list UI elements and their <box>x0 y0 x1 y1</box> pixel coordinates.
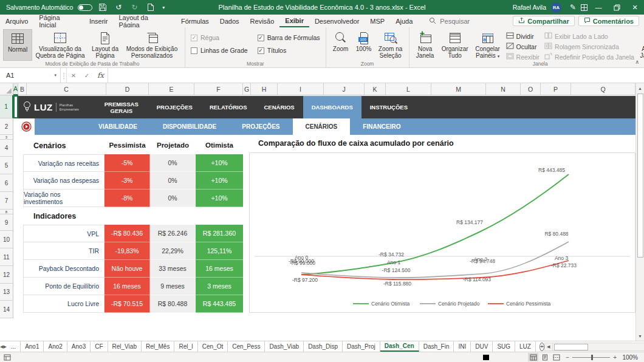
arrange-all-button[interactable]: Organizar Tudo <box>438 29 472 61</box>
row-header-6[interactable]: 6 <box>0 174 13 192</box>
zoom-100-button[interactable]: 100 100% <box>352 29 375 61</box>
sheet-tab-dash-disp[interactable]: Dash_Disp <box>304 341 343 352</box>
column-header-c[interactable]: C <box>27 83 106 95</box>
row-header-12[interactable]: 12 <box>0 266 13 284</box>
column-header-h[interactable]: H <box>251 83 278 95</box>
zoom-in-icon[interactable]: + <box>613 354 617 361</box>
user-name[interactable]: Rafael Avila <box>513 4 546 11</box>
add-sheet-button[interactable]: + <box>540 343 544 351</box>
subnav-cenarios[interactable]: CENÁRIOS <box>293 118 351 135</box>
share-button[interactable]: Compartilhar <box>513 16 574 26</box>
subnav-financeiro[interactable]: FINANCEIRO <box>350 118 413 135</box>
zoom-thumb[interactable] <box>591 355 593 360</box>
nav-dashboards[interactable]: DASHBOARDS <box>303 96 361 118</box>
row-header-7[interactable]: 7 <box>0 192 13 210</box>
column-header-b[interactable]: B <box>18 83 27 95</box>
row-header-8[interactable]: 8 <box>0 210 13 214</box>
subnav-viabilidade[interactable]: VIABILIDADE <box>86 118 150 135</box>
formula-input[interactable] <box>108 68 644 83</box>
column-header-m[interactable]: M <box>431 83 486 95</box>
sheet-tab-ini[interactable]: INI <box>454 341 471 352</box>
display-settings-icon[interactable] <box>481 353 491 361</box>
draw-icon[interactable]: ✎ <box>567 2 578 13</box>
column-header-g[interactable]: G <box>243 83 251 95</box>
horizontal-scroll-thumb[interactable] <box>554 344 588 350</box>
sheet-tab-cf[interactable]: CF <box>91 341 108 352</box>
comments-button[interactable]: Comentários <box>578 16 639 26</box>
page-layout-button[interactable]: Layout da Página <box>88 29 122 61</box>
column-header-n[interactable]: N <box>486 83 521 95</box>
tab-pagina-inicial[interactable]: Página Inicial <box>33 15 84 27</box>
avatar[interactable]: RA <box>551 2 561 13</box>
tab-layout-da-pagina[interactable]: Layout da Página <box>113 15 176 27</box>
export-icon[interactable] <box>145 2 156 13</box>
save-icon[interactable] <box>97 2 108 13</box>
tab-dados[interactable]: Dados <box>214 15 245 27</box>
nav-projecoes[interactable]: PROJEÇÕES <box>148 96 201 118</box>
row-header-13[interactable]: 13 <box>0 284 13 301</box>
select-all-corner[interactable] <box>0 83 13 95</box>
collapse-ribbon-icon[interactable]: ∧ <box>635 59 639 65</box>
sheet-grid[interactable]: LUZ PlanilhasEmpresariais PREMISSAS GERA… <box>13 95 635 341</box>
tab-formulas[interactable]: Fórmulas <box>176 15 214 27</box>
sheet-tab-ano1[interactable]: Ano1 <box>21 341 44 352</box>
column-header-o[interactable]: O <box>521 83 541 95</box>
autosave-toggle[interactable] <box>78 4 92 11</box>
search-input[interactable] <box>440 18 513 25</box>
sheet-tab-dash-viab[interactable]: Dash_Viab <box>265 341 304 352</box>
active-cell-a1[interactable] <box>13 95 18 118</box>
nav-premissas-gerais[interactable]: PREMISSAS GERAIS <box>95 96 148 118</box>
switch-windows-button[interactable]: Alternar Janelas ▾ <box>637 29 644 61</box>
page-break-status-button[interactable] <box>551 353 561 361</box>
page-layout-status-button[interactable] <box>540 353 550 361</box>
scenario-chart[interactable]: Ano 0 -R$ 90.000 -R$ 99.000 -R$ 97.200 -… <box>249 152 635 313</box>
column-header-q[interactable]: Q <box>571 83 635 95</box>
subnav-disponibilidade[interactable]: DISPONIBILIDADE <box>150 118 229 135</box>
vertical-scrollbar[interactable]: ▲ ▼ <box>635 83 644 341</box>
zoom-slider[interactable]: − + <box>566 354 617 361</box>
row-header-1[interactable]: 1 <box>0 95 13 118</box>
quick-access-caret-icon[interactable]: ▾ <box>160 2 166 13</box>
sheet-tab-dash-cen[interactable]: Dash_Cen <box>380 341 419 352</box>
horizontal-scrollbar[interactable]: ◀ ▶ <box>544 341 644 352</box>
sheet-tab-rel-viab[interactable]: Rel_Viab <box>108 341 142 352</box>
hide-button[interactable]: Ocultar <box>506 43 540 50</box>
page-break-preview-button[interactable]: Visualização da Quebra de Página <box>32 29 88 61</box>
nav-cenarios[interactable]: CENÁRIOS <box>255 96 303 118</box>
column-header-l[interactable]: L <box>386 83 431 95</box>
sheet-tab-ano2[interactable]: Ano2 <box>44 341 67 352</box>
undo-icon[interactable]: ↺ <box>113 2 124 13</box>
vertical-scroll-thumb[interactable] <box>637 94 643 258</box>
tab-ajuda[interactable]: Ajuda <box>390 15 418 27</box>
new-window-button[interactable]: Nova Janela <box>413 29 438 61</box>
column-header-i[interactable]: I <box>278 83 324 95</box>
column-header-p[interactable]: P <box>541 83 571 95</box>
row-header-9[interactable]: 9 <box>0 214 13 231</box>
name-box[interactable]: A1 ▾ <box>0 68 61 83</box>
row-header-4[interactable]: 4 <box>0 140 13 157</box>
tab-revisao[interactable]: Revisão <box>245 15 280 27</box>
zoom-button[interactable]: Zoom <box>329 29 352 61</box>
zoom-selection-button[interactable]: Zoom na Seleção <box>375 29 406 61</box>
zoom-track[interactable] <box>572 357 610 358</box>
scroll-down-icon[interactable]: ▼ <box>636 331 644 341</box>
sheet-tab-dash-proj[interactable]: Dash_Proj <box>343 341 380 352</box>
column-header-e[interactable]: E <box>149 83 194 95</box>
tab-arquivo[interactable]: Arquivo <box>0 15 33 27</box>
row-header-11[interactable]: 11 <box>0 248 13 266</box>
hscroll-track[interactable] <box>553 343 644 351</box>
sheet-tab-cen-ot[interactable]: Cen_Ot <box>198 341 228 352</box>
sheet-tab-ano3[interactable]: Ano3 <box>67 341 91 352</box>
checkbox-titulos[interactable]: ✓ Títulos <box>258 47 320 54</box>
nav-relatorios[interactable]: RELATÓRIOS <box>201 96 256 118</box>
split-button[interactable]: Dividir <box>506 32 540 40</box>
subnav-projecoes[interactable]: PROJEÇÕES <box>229 118 292 135</box>
insert-function-icon[interactable]: fx <box>94 68 108 83</box>
sheet-tab-ellipsis[interactable]: ... <box>7 341 21 352</box>
scroll-up-icon[interactable]: ▲ <box>636 83 644 93</box>
row-header-2[interactable]: 2 <box>0 118 13 135</box>
tab-desenvolvedor[interactable]: Desenvolvedor <box>309 15 365 27</box>
tab-exibir[interactable]: Exibir <box>279 15 309 27</box>
row-header-5[interactable]: 5 <box>0 157 13 174</box>
row-header-3[interactable]: 3 <box>0 135 13 140</box>
